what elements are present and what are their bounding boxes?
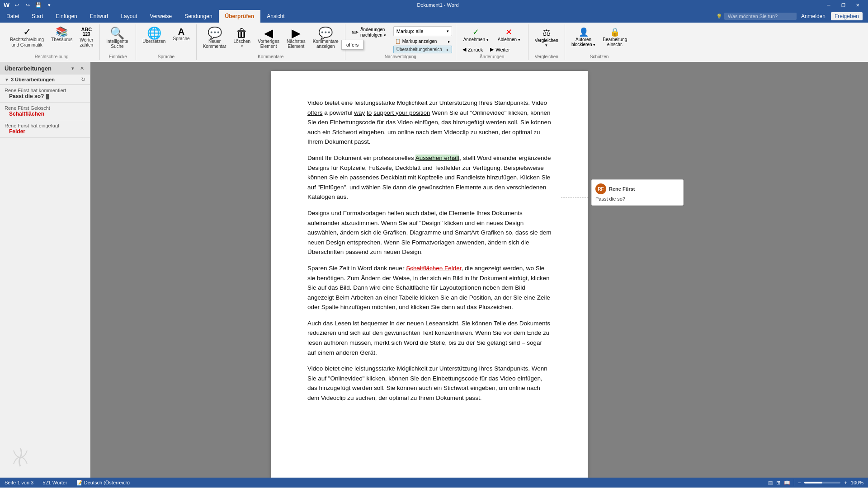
group-einblicke: 🔍 IntelligenteSuche Einblicke bbox=[100, 24, 136, 60]
group-nachverfolgung-label: Nachverfolgung bbox=[349, 53, 452, 60]
group-vergleichen: ⚖ Vergleichen ▾ Vergleichen bbox=[528, 24, 565, 60]
vorheriges-element-button[interactable]: ◀ VorherigesElement bbox=[255, 26, 282, 50]
neuer-kommentar-button[interactable]: 💬 NeuerKommentar bbox=[200, 26, 229, 50]
highlighted-aussehen-erhaelt: Aussehen erhält bbox=[415, 155, 460, 161]
ribbon-search-input[interactable] bbox=[724, 13, 797, 20]
title-bar: W ↩ ↪ 💾 ▾ Dokument1 - Word ─ ❐ ✕ bbox=[0, 0, 868, 10]
window-controls: ─ ❐ ✕ bbox=[822, 1, 864, 9]
tracked-schaltflaechen-felder: Schaltflächen Felder bbox=[406, 265, 461, 272]
group-sprache-label: Sprache bbox=[140, 53, 192, 60]
woerter-zaehlen-button[interactable]: ABC 123 Wörterzählen bbox=[77, 26, 96, 48]
revision-item-inserted[interactable]: Rene Fürst hat eingefügt Felder bbox=[0, 120, 90, 138]
tab-ansicht[interactable]: Ansicht bbox=[260, 10, 291, 23]
group-rechtschreibung: ✓ Rechtschreibungund Grammatik 📚 Thesaur… bbox=[4, 24, 100, 60]
rechtschreibung-grammatik-button[interactable]: ✓ Rechtschreibungund Grammatik bbox=[7, 26, 47, 49]
document-page[interactable]: Video bietet eine leistungsstarke Möglic… bbox=[271, 71, 588, 478]
sprache-button[interactable]: A Sprache bbox=[170, 26, 192, 42]
tab-entwurf[interactable]: Entwurf bbox=[84, 10, 115, 23]
tab-verweise[interactable]: Verweise bbox=[143, 10, 178, 23]
zoom-out-button[interactable]: − bbox=[798, 480, 801, 485]
redo-button[interactable]: ↪ bbox=[23, 1, 32, 9]
zurueck-button[interactable]: ◀ Zurück bbox=[460, 46, 486, 53]
comment-bubble[interactable]: RF Rene Fürst Passt die so? bbox=[591, 179, 684, 206]
comment-panel: RF Rene Fürst Passt die so? bbox=[588, 71, 687, 469]
naechstes-element-button[interactable]: ▶ NächstesElement bbox=[284, 26, 308, 50]
view-layout-icon[interactable]: ⊞ bbox=[776, 480, 780, 486]
markup-dropdown-value: Markup: alle bbox=[396, 28, 424, 34]
revision-author-3: Rene Fürst hat eingefügt bbox=[5, 123, 85, 128]
uebersetzen-button[interactable]: 🌐 Übersetzen bbox=[140, 26, 168, 45]
word-logo-watermark bbox=[9, 446, 32, 470]
paragraph-3: Designs und Formatvorlagen helfen auch d… bbox=[307, 208, 552, 257]
bearbeitung-einschraenken-button[interactable]: 🔒 Bearbeitungeinschr. bbox=[600, 26, 630, 48]
close-button[interactable]: ✕ bbox=[851, 1, 864, 9]
phrase-support-your-position: support your position bbox=[373, 109, 430, 116]
tab-start[interactable]: Start bbox=[25, 10, 49, 23]
group-kommentare: 💬 NeuerKommentar 🗑 Löschen ▾ ◀ Vorherige… bbox=[197, 24, 345, 60]
paragraph-2: Damit Ihr Dokument ein professionelles A… bbox=[307, 153, 552, 202]
anmelden-button[interactable]: Anmelden bbox=[801, 13, 826, 19]
sidebar-refresh-button[interactable]: ↻ bbox=[81, 76, 85, 83]
sidebar-count: ▼ 3 Überarbeitungen bbox=[5, 77, 55, 82]
deleted-schaltflaechen: Schaltflächen bbox=[406, 265, 443, 272]
zoom-in-button[interactable]: + bbox=[844, 480, 847, 485]
tab-datei[interactable]: Datei bbox=[0, 10, 25, 23]
comment-bubble-container: RF Rene Fürst Passt die so? bbox=[591, 179, 684, 206]
restore-button[interactable]: ❐ bbox=[836, 1, 850, 9]
tab-sendungen[interactable]: Sendungen bbox=[178, 10, 218, 23]
status-right: ▤ ⊞ 📖 − + 100% bbox=[768, 479, 863, 486]
loeschen-button[interactable]: 🗑 Löschen ▾ bbox=[231, 26, 253, 49]
revision-item-comment[interactable]: Rene Fürst hat kommentiert Passt die so? bbox=[0, 85, 90, 103]
weiter-button[interactable]: ▶ Weiter bbox=[487, 46, 513, 53]
revision-item-deleted[interactable]: Rene Fürst Gelöscht Schaltflächen bbox=[0, 103, 90, 120]
comment-header: RF Rene Fürst bbox=[595, 183, 679, 194]
markup-dropdown[interactable]: Markup: alle ▾ bbox=[393, 26, 452, 36]
word-logo-icon: W bbox=[4, 1, 9, 9]
aenderungen-nachfolgen-button[interactable]: ✏ Änderungennachfolgen ▾ bbox=[349, 26, 389, 39]
word-way: way bbox=[354, 109, 365, 116]
kommentare-anzeigen-button[interactable]: 💬 Kommentareanzeigen bbox=[310, 26, 341, 50]
language-indicator: 📝 Deutsch (Österreich) bbox=[76, 480, 130, 486]
view-normal-icon[interactable]: ▤ bbox=[768, 480, 773, 486]
status-separator bbox=[794, 479, 794, 486]
group-schuetzen-label: Schützen bbox=[569, 53, 630, 60]
sidebar-title: Überarbeitungen bbox=[5, 65, 52, 72]
minimize-button[interactable]: ─ bbox=[822, 1, 835, 9]
zoom-slider-fill bbox=[804, 482, 822, 483]
revision-content-2: Schaltflächen bbox=[5, 111, 85, 117]
document-area: Video bietet eine leistungsstarke Möglic… bbox=[90, 62, 868, 478]
view-read-icon[interactable]: 📖 bbox=[784, 480, 790, 486]
vergleichen-button[interactable]: ⚖ Vergleichen ▾ bbox=[532, 26, 561, 48]
sidebar-collapse-button[interactable]: ▾ bbox=[69, 65, 76, 72]
markup-anzeigen-item[interactable]: 📋 Markup anzeigen ▸ bbox=[393, 38, 452, 44]
group-nachverfolgung: ✏ Änderungennachfolgen ▾ Markup: alle ▾ … bbox=[345, 24, 456, 60]
paragraph-1: Video bietet eine leistungsstarke Möglic… bbox=[307, 98, 552, 147]
comment-connector-line bbox=[561, 197, 588, 198]
page-info: Seite 1 von 3 bbox=[5, 480, 33, 485]
freigeben-button[interactable]: Freigeben bbox=[831, 12, 863, 20]
ablehnen-button[interactable]: ✕ Ablehnen ▾ bbox=[494, 26, 524, 43]
paragraph-4: Sparen Sie Zeit in Word dank neuer Schal… bbox=[307, 263, 552, 312]
undo-button[interactable]: ↩ bbox=[12, 1, 21, 9]
word-offers: offers bbox=[307, 109, 323, 116]
tab-layout[interactable]: Layout bbox=[114, 10, 143, 23]
language-icon: 📝 bbox=[76, 480, 83, 485]
save-button[interactable]: 💾 bbox=[34, 1, 43, 9]
sidebar: Überarbeitungen ▾ ✕ ▼ 3 Überarbeitungen … bbox=[0, 62, 90, 478]
status-bar: Seite 1 von 3 521 Wörter 📝 Deutsch (Öste… bbox=[0, 478, 868, 488]
annehmen-button[interactable]: ✓ Annehmen ▾ bbox=[460, 26, 492, 43]
window-title: Dokument1 - Word bbox=[54, 2, 822, 8]
comment-text: Passt die so? bbox=[595, 196, 679, 202]
thesaurus-button[interactable]: 📚 Thesaurus bbox=[48, 26, 75, 43]
tab-ueberpruefen[interactable]: Überprüfen bbox=[219, 10, 261, 23]
intelligente-suche-button[interactable]: 🔍 IntelligenteSuche bbox=[104, 26, 131, 50]
tab-einfuegen[interactable]: Einfügen bbox=[49, 10, 83, 23]
autoren-blockieren-button[interactable]: 👤 Autorenblockieren ▾ bbox=[569, 26, 598, 48]
customize-qa-button[interactable]: ▾ bbox=[45, 1, 54, 9]
ribbon-content: ✓ Rechtschreibungund Grammatik 📚 Thesaur… bbox=[0, 23, 868, 62]
sidebar-close-button[interactable]: ✕ bbox=[78, 65, 85, 72]
sidebar-header: Überarbeitungen ▾ ✕ bbox=[0, 62, 90, 75]
comment-avatar: RF bbox=[595, 183, 606, 194]
zoom-slider[interactable] bbox=[804, 482, 840, 483]
ueberarbeitungsbereich-item[interactable]: Überarbeitungsbereich ▸ bbox=[393, 46, 452, 53]
